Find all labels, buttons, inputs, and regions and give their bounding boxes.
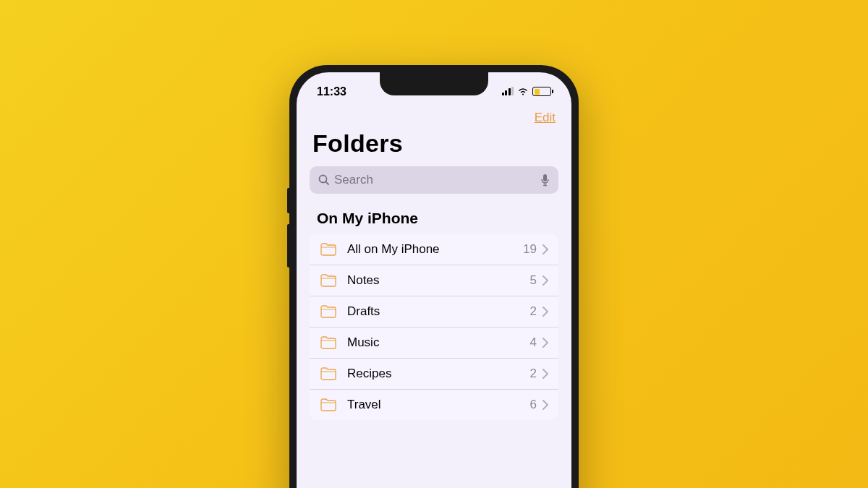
chevron-right-icon <box>542 275 548 286</box>
page-title: Folders <box>312 129 556 158</box>
folder-icon <box>320 367 337 381</box>
svg-rect-2 <box>543 174 547 181</box>
folder-item-recipes[interactable]: Recipes 2 <box>310 359 558 390</box>
folder-item-all[interactable]: All on My iPhone 19 <box>310 234 558 265</box>
search-field[interactable] <box>310 166 558 194</box>
folder-item-travel[interactable]: Travel 6 <box>310 390 558 420</box>
folder-label: Notes <box>347 273 530 288</box>
folder-count: 2 <box>530 304 537 319</box>
folder-label: Recipes <box>347 367 530 381</box>
folder-icon <box>320 242 337 257</box>
chevron-right-icon <box>542 307 548 317</box>
folder-list: All on My iPhone 19 Notes 5 <box>310 234 558 420</box>
folder-label: All on My iPhone <box>347 242 523 257</box>
folder-icon <box>320 398 337 412</box>
folder-count: 5 <box>530 273 537 288</box>
chevron-right-icon <box>542 244 548 254</box>
folder-label: Travel <box>347 398 530 412</box>
folder-item-music[interactable]: Music 4 <box>310 328 558 359</box>
cellular-signal-icon <box>502 87 514 95</box>
navigation-bar: Edit <box>297 105 571 127</box>
chevron-right-icon <box>542 369 548 379</box>
phone-screen: 11:33 Edit Folders <box>297 72 571 488</box>
page-header: Folders <box>297 127 571 166</box>
folder-count: 4 <box>530 335 537 350</box>
folder-label: Drafts <box>347 304 530 319</box>
chevron-right-icon <box>542 338 548 348</box>
section-header: On My iPhone <box>297 207 571 234</box>
search-input[interactable] <box>334 173 536 187</box>
search-icon <box>318 174 330 186</box>
status-time: 11:33 <box>317 85 346 98</box>
microphone-icon[interactable] <box>540 174 550 187</box>
folder-count: 2 <box>530 367 537 381</box>
svg-line-1 <box>326 182 329 185</box>
wifi-icon <box>517 87 529 96</box>
folder-item-drafts[interactable]: Drafts 2 <box>310 296 558 328</box>
folder-icon <box>320 304 337 319</box>
battery-icon <box>532 87 551 96</box>
folder-icon <box>320 273 337 288</box>
edit-button[interactable]: Edit <box>535 111 556 125</box>
phone-notch <box>380 72 488 95</box>
status-icons <box>502 87 552 96</box>
folder-count: 19 <box>523 242 537 257</box>
phone-device-frame: 11:33 Edit Folders <box>289 65 579 488</box>
folder-item-notes[interactable]: Notes 5 <box>310 265 558 296</box>
folder-icon <box>320 335 337 350</box>
chevron-right-icon <box>542 400 548 410</box>
folder-label: Music <box>347 335 530 350</box>
folder-count: 6 <box>530 398 537 412</box>
